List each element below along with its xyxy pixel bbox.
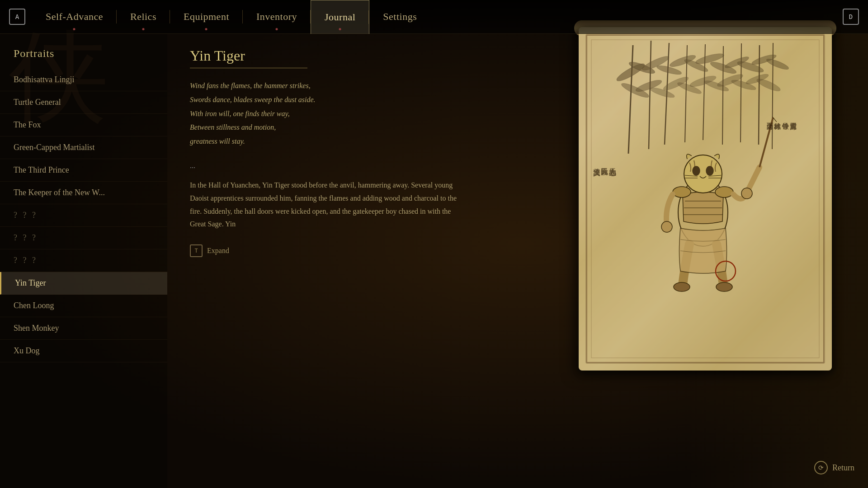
nav-items: Self-Advance Relics Equipment Inventory … <box>32 0 838 34</box>
return-label: Return <box>832 463 854 473</box>
nav-left-key: A <box>9 9 25 25</box>
expand-key: T <box>190 244 203 257</box>
svg-point-46 <box>661 221 672 232</box>
sidebar-item-unknown1[interactable]: ? ? ? <box>0 204 167 227</box>
nav-right-key: D <box>843 9 859 25</box>
svg-point-36 <box>673 187 691 197</box>
sidebar-item-keeper[interactable]: The Keeper of the New W... <box>0 182 167 204</box>
nav-item-journal[interactable]: Journal <box>311 0 369 34</box>
nav-item-self-advance[interactable]: Self-Advance <box>32 0 117 34</box>
content-ellipsis: ... <box>190 162 461 170</box>
sidebar-item-turtle[interactable]: Turtle General <box>0 91 167 114</box>
sidebar-item-green-capped[interactable]: Green-Capped Martialist <box>0 136 167 159</box>
detail-content: Yin Tiger Wind fans the flames, the hamm… <box>167 34 484 488</box>
nav-item-relics[interactable]: Relics <box>117 0 170 34</box>
nav-dot-journal <box>339 28 341 30</box>
return-icon: ⟳ <box>814 461 828 474</box>
nav-item-equipment[interactable]: Equipment <box>170 0 243 34</box>
navigation: A Self-Advance Relics Equipment Inventor… <box>0 0 868 34</box>
svg-point-38 <box>684 155 722 193</box>
sidebar-item-unknown3[interactable]: ? ? ? <box>0 249 167 272</box>
content-poem: Wind fans the flames, the hammer strikes… <box>190 80 461 148</box>
tiger-illustration: 为天地立心 风云际会 大义凌然 虎威震四方 铁骨铮铮 武林称雄 名扬天下 <box>579 27 832 371</box>
sidebar-item-fox[interactable]: The Fox <box>0 114 167 136</box>
expand-label: Expand <box>207 247 229 255</box>
sidebar-item-chen-loong[interactable]: Chen Loong <box>0 295 167 317</box>
svg-point-49 <box>716 282 732 291</box>
nav-item-inventory[interactable]: Inventory <box>243 0 311 34</box>
sidebar-title: Portraits <box>0 43 167 69</box>
scroll-illustration: 为天地立心 风云际会 大义凌然 虎威震四方 铁骨铮铮 武林称雄 名扬天下 <box>579 27 832 371</box>
svg-point-39 <box>693 166 700 175</box>
svg-point-37 <box>715 187 733 197</box>
svg-point-47 <box>741 188 752 199</box>
sidebar-item-unknown2[interactable]: ? ? ? <box>0 227 167 249</box>
sidebar-item-third-prince[interactable]: The Third Prince <box>0 159 167 182</box>
content-description: In the Hall of Yuanchen, Yin Tiger stood… <box>190 179 461 231</box>
sidebar-item-shen-monkey[interactable]: Shen Monkey <box>0 317 167 340</box>
nav-dot-relics <box>142 28 144 30</box>
sidebar: Portraits Bodhisattva Lingji Turtle Gene… <box>0 34 167 488</box>
nav-item-settings[interactable]: Settings <box>369 0 430 34</box>
sidebar-item-yin-tiger[interactable]: Yin Tiger <box>0 272 167 295</box>
nav-dot-equipment <box>205 28 208 30</box>
nav-dot-self-advance <box>73 28 75 30</box>
scroll-background: 为天地立心 风云际会 大义凌然 虎威震四方 铁骨铮铮 武林称雄 名扬天下 <box>579 27 832 371</box>
svg-point-40 <box>706 166 713 175</box>
content-title: Yin Tiger <box>190 47 307 68</box>
nav-dot-inventory <box>276 28 278 30</box>
svg-point-48 <box>674 282 690 291</box>
return-button[interactable]: ⟳ Return <box>814 461 854 474</box>
sidebar-list: Bodhisattva Lingji Turtle General The Fo… <box>0 69 167 362</box>
sidebar-item-xu-dog[interactable]: Xu Dog <box>0 340 167 362</box>
sidebar-item-bodhisattva[interactable]: Bodhisattva Lingji <box>0 69 167 91</box>
expand-button[interactable]: T Expand <box>190 244 461 257</box>
